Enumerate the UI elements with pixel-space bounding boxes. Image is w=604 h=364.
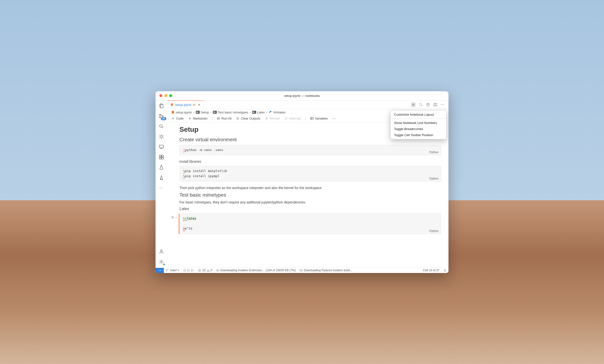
jupyter-file-icon — [170, 103, 174, 106]
close-tab-icon[interactable]: ✕ — [198, 103, 201, 107]
svg-point-12 — [160, 250, 162, 251]
more-actions-icon[interactable]: ⋯ — [440, 102, 445, 107]
svg-rect-18 — [172, 111, 174, 114]
cell-position-status[interactable]: Cell 10 of 27 — [421, 269, 441, 272]
warning-icon — [207, 269, 210, 272]
jupyter-file-icon — [171, 110, 175, 114]
tab-setup-ipynb[interactable]: setup.ipynb M ✕ — [167, 100, 204, 109]
remote-indicator[interactable] — [155, 268, 164, 273]
download-status-2[interactable]: Downloading Pylance insiders build... — [298, 269, 354, 272]
variables-button[interactable]: Variables — [310, 117, 328, 120]
paragraph: Install libraries — [179, 159, 441, 163]
dropdown-item-toolbar-position[interactable]: Toggle Cell Toolbar Position — [391, 132, 446, 138]
extensions-icon[interactable] — [158, 154, 165, 160]
svg-rect-10 — [159, 157, 161, 159]
interrupt-button[interactable]: Interrupt — [284, 117, 301, 120]
paragraph: Then pick python intepreter as the works… — [179, 186, 441, 190]
svg-rect-8 — [159, 155, 161, 157]
breadcrumb-file[interactable]: setup.ipynb — [176, 110, 192, 114]
breadcrumb-mimetypes[interactable]: Test basic mimetypes — [218, 110, 248, 114]
minimize-window-button[interactable] — [164, 94, 167, 97]
testing-icon[interactable] — [158, 164, 165, 171]
source-control-badge: 26 — [161, 117, 166, 120]
notifications-button[interactable] — [441, 269, 449, 272]
run-all-icon — [216, 117, 220, 120]
heading-mimetypes: Test basic mimetypes — [179, 192, 441, 198]
azure-icon[interactable] — [158, 174, 165, 181]
code-cell-active[interactable]: %%latex $e^3$ Python — [179, 213, 441, 234]
chevron-down-icon[interactable] — [175, 216, 178, 219]
svg-point-21 — [166, 269, 167, 270]
svg-point-16 — [427, 103, 429, 104]
restart-icon — [265, 117, 268, 120]
tab-modified-marker: M — [193, 103, 196, 107]
git-branch-status[interactable]: main*+ — [164, 269, 181, 272]
customize-layout-button[interactable] — [411, 102, 416, 107]
sync-status[interactable]: 1↓ 1↑ — [181, 269, 196, 272]
add-code-cell-button[interactable]: Code — [171, 117, 184, 120]
svg-point-3 — [159, 117, 161, 118]
tab-row: setup.ipynb M ✕ — [167, 100, 449, 109]
chevron-right-icon: › — [266, 110, 267, 114]
dropdown-item-customize[interactable]: Customize Notebook Layout — [391, 111, 446, 118]
play-icon[interactable] — [171, 216, 175, 219]
layout-dropdown-menu: Customize Notebook Layout Show Notebook … — [390, 110, 447, 139]
window-title: setup.ipynb — notebooks — [155, 94, 449, 97]
dropdown-item-breadcrumbs[interactable]: Toggle Breadcrumbs — [391, 126, 446, 132]
restart-button[interactable]: Restart — [265, 117, 280, 120]
cell-run-controls[interactable] — [171, 216, 178, 219]
remote-explorer-icon[interactable] — [158, 144, 165, 150]
problems-status[interactable]: 10 0 — [196, 269, 214, 272]
diff-icon[interactable] — [418, 102, 423, 107]
code-cell[interactable]: !python -m venv .venv Python — [179, 145, 441, 155]
breadcrumb-setup[interactable]: Setup — [201, 110, 209, 114]
notebook-content[interactable]: Setup Create virtual environment !python… — [167, 123, 449, 268]
split-editor-icon[interactable] — [433, 102, 438, 107]
svg-point-22 — [166, 271, 167, 271]
download-status-1[interactable]: Downloading Insiders Extension... 1104 o… — [214, 269, 298, 272]
settings-icon[interactable] — [158, 258, 165, 265]
markdown-badge-icon: M↓ — [196, 111, 200, 114]
search-icon[interactable] — [158, 123, 165, 130]
code-cell[interactable]: %pip install matplotlib %pip install ipy… — [179, 166, 441, 182]
markdown-badge-icon: M↓ — [252, 111, 256, 114]
clear-outputs-button[interactable]: Clear Outputs — [236, 117, 260, 120]
cell-language-label[interactable]: Python — [429, 229, 439, 233]
explorer-icon[interactable] — [158, 102, 165, 109]
heading-latex: Latex — [179, 207, 441, 211]
svg-rect-14 — [171, 103, 173, 106]
add-markdown-cell-button[interactable]: Markdown — [188, 117, 208, 120]
activity-bar: 26 ⋯ — [155, 100, 167, 268]
debug-icon[interactable] — [158, 133, 165, 140]
sync-icon — [183, 269, 186, 272]
cell-language-label[interactable]: Python — [429, 151, 439, 154]
python-icon — [269, 110, 272, 114]
dropdown-item-line-numbers[interactable]: Show Notebook Line Numbers — [391, 120, 446, 126]
maximize-window-button[interactable] — [169, 94, 172, 97]
chevron-right-icon: › — [211, 110, 211, 114]
run-all-button[interactable]: Run All — [216, 117, 231, 120]
more-icon[interactable]: ⋯ — [158, 184, 165, 191]
svg-rect-11 — [161, 157, 163, 159]
breadcrumb-latex[interactable]: Latex — [257, 110, 265, 114]
toolbar-more-button[interactable]: ⋯ — [332, 117, 336, 120]
git-branch-icon — [166, 269, 169, 272]
accounts-icon[interactable] — [158, 248, 165, 255]
svg-rect-20 — [311, 117, 313, 120]
clear-icon — [236, 117, 239, 120]
dropdown-separator — [391, 119, 446, 119]
close-window-button[interactable] — [159, 94, 162, 97]
remote-icon — [158, 269, 161, 272]
plus-icon — [188, 117, 192, 120]
titlebar: setup.ipynb — notebooks — [155, 91, 449, 100]
markdown-badge-icon: M↓ — [213, 111, 217, 114]
source-control-icon[interactable]: 26 — [158, 113, 165, 120]
svg-point-13 — [161, 261, 162, 263]
editor-actions: ⋯ — [411, 102, 449, 107]
bell-icon — [443, 269, 447, 272]
svg-rect-19 — [285, 118, 287, 120]
breadcrumb-cell[interactable]: %%latex — [273, 110, 286, 114]
kernel-icon[interactable] — [426, 102, 430, 107]
cell-language-label[interactable]: Python — [429, 177, 439, 180]
status-bar: main*+ 1↓ 1↑ 10 0 Downloading Insiders E… — [155, 268, 449, 273]
